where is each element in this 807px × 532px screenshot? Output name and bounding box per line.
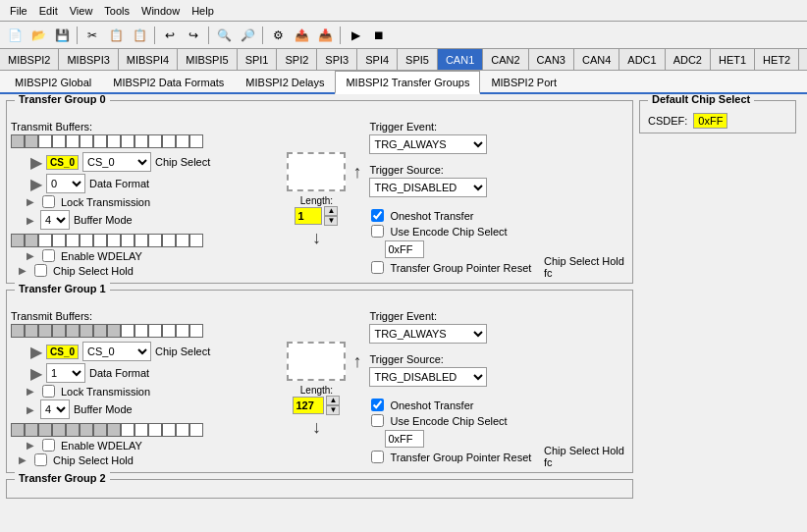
menu-file[interactable]: File <box>4 3 33 19</box>
data-format-dropdown-1[interactable]: 0123 <box>46 363 85 383</box>
length-up-0[interactable]: ▲ <box>324 206 338 216</box>
periph-tab-spi2[interactable]: SPI2 <box>277 49 317 70</box>
toolbar-stop[interactable]: ⏹ <box>368 25 390 46</box>
toolbar-sep-2 <box>154 27 155 44</box>
length-spinner-1[interactable]: ▲ ▼ <box>326 396 340 415</box>
chip-select-dropdown-0[interactable]: CS_0CS_1CS_2 <box>82 152 151 172</box>
buffer-cells-0-1 <box>11 134 203 148</box>
options-section-1: Oneshot Transfer Use Encode Chip Select … <box>369 399 532 463</box>
toolbar-copy[interactable]: 📋 <box>105 25 127 46</box>
length-spinner-0[interactable]: ▲ ▼ <box>324 206 338 226</box>
subtab-data-formats[interactable]: MIBSPI2 Data Formats <box>102 71 235 92</box>
toolbar-export[interactable]: 📤 <box>291 25 312 46</box>
buffer-cell <box>66 234 80 247</box>
periph-tab-spi1[interactable]: SPI1 <box>238 49 278 70</box>
periph-tab-mibspi3[interactable]: MIBSPI3 <box>59 49 118 70</box>
toolbar-cut[interactable]: ✂ <box>81 25 103 46</box>
toolbar-paste[interactable]: 📋 <box>129 25 150 46</box>
toolbar-new[interactable]: 📄 <box>4 25 26 46</box>
menu-window[interactable]: Window <box>135 3 186 19</box>
periph-tab-can4[interactable]: CAN4 <box>574 49 619 70</box>
subtab-global[interactable]: MIBSPI2 Global <box>4 71 102 92</box>
group-1-title: Transfer Group 1 <box>15 283 110 294</box>
trigger-event-label-0: Trigger Event: <box>369 121 532 133</box>
periph-tab-het1[interactable]: HET1 <box>711 49 755 70</box>
length-down-1[interactable]: ▼ <box>326 405 340 415</box>
subtab-delays[interactable]: MIBSPI2 Delays <box>235 71 335 92</box>
menu-view[interactable]: View <box>64 3 99 19</box>
buffer-cell <box>107 234 121 247</box>
use-encode-check-0[interactable] <box>371 225 384 238</box>
chip-select-dropdown-1[interactable]: CS_0CS_1CS_2 <box>82 342 151 361</box>
buffer-cell <box>148 324 162 338</box>
buffer-row-0-1 <box>11 134 263 148</box>
toolbar-undo[interactable]: ↩ <box>159 25 181 46</box>
subtab-port[interactable]: MIBSPI2 Port <box>480 71 567 92</box>
trigger-source-select-1[interactable]: TRG_DISABLEDTRG_ALWAYS <box>369 367 487 387</box>
length-ctrl-0: Length: 1 ▲ ▼ <box>295 195 338 226</box>
trigger-source-select-0[interactable]: TRG_DISABLEDTRG_ALWAYS <box>369 178 487 197</box>
buffer-mode-dropdown-1[interactable]: 412 <box>40 399 70 419</box>
menu-tools[interactable]: Tools <box>98 3 135 19</box>
trigger-section-0: Trigger Event: TRG_ALWAYSTRG_DISABLED Tr… <box>369 121 532 279</box>
buffer-cell <box>80 324 93 338</box>
oneshot-check-0[interactable] <box>371 209 384 222</box>
lock-transmission-check-0[interactable] <box>42 195 55 208</box>
wdelay-check-0[interactable] <box>42 249 55 262</box>
data-format-dropdown-0[interactable]: 0123 <box>46 174 85 193</box>
toolbar-zoomout[interactable]: 🔎 <box>237 25 258 46</box>
buffer-cell <box>176 324 189 338</box>
cs-hold-fc-text-1: Chip Select Hold fc <box>544 445 624 468</box>
trigger-event-select-1[interactable]: TRG_ALWAYSTRG_DISABLED <box>369 324 487 344</box>
periph-tab-can3[interactable]: CAN3 <box>529 49 574 70</box>
subtab-transfer-groups[interactable]: MIBSPI2 Transfer Groups <box>335 71 480 94</box>
cs-hold-check-0[interactable] <box>34 264 47 277</box>
periph-tab-adc1[interactable]: ADC1 <box>619 49 665 70</box>
buffer-cell <box>11 134 25 148</box>
cs-hold-check-1[interactable] <box>34 453 47 466</box>
toolbar-settings[interactable]: ⚙ <box>267 25 289 46</box>
periph-tab-mibspi4[interactable]: MIBSPI4 <box>119 49 178 70</box>
buffer-cell <box>38 423 52 437</box>
toolbar-run[interactable]: ▶ <box>345 25 366 46</box>
buffer-cell <box>189 324 203 338</box>
buffer-mode-row-1: ▶ 412 Buffer Mode <box>27 399 263 419</box>
use-encode-check-1[interactable] <box>371 414 384 427</box>
toolbar-import[interactable]: 📥 <box>314 25 336 46</box>
encode-value-row-0: 0xFF <box>385 240 532 258</box>
periph-tab-i2c[interactable]: I2C <box>799 49 807 70</box>
transfer-group-0: Transfer Group 0 Transmit Buffers: <box>6 100 633 284</box>
length-down-0[interactable]: ▼ <box>324 216 338 226</box>
trigger-event-select-0[interactable]: TRG_ALWAYSTRG_DISABLED <box>369 134 487 154</box>
periph-tab-mibspi2[interactable]: MIBSPI2 <box>0 49 59 70</box>
periph-tab-het2[interactable]: HET2 <box>755 49 799 70</box>
subtabs: MIBSPI2 Global MIBSPI2 Data Formats MIBS… <box>0 71 807 94</box>
periph-tab-adc2[interactable]: ADC2 <box>666 49 711 70</box>
toolbar-open[interactable]: 📂 <box>27 25 49 46</box>
menu-help[interactable]: Help <box>186 3 220 19</box>
lock-transmission-check-1[interactable] <box>42 385 55 398</box>
buffer-cell <box>162 423 176 437</box>
length-input-1[interactable]: 127 <box>293 397 324 414</box>
oneshot-check-1[interactable] <box>371 399 384 411</box>
encode-value-1[interactable]: 0xFF <box>385 430 424 448</box>
toolbar-zoomin[interactable]: 🔍 <box>213 25 235 46</box>
encode-value-0[interactable]: 0xFF <box>385 240 424 258</box>
periph-tab-spi5[interactable]: SPI5 <box>398 49 438 70</box>
wdelay-check-1[interactable] <box>42 439 55 452</box>
periph-tab-spi4[interactable]: SPI4 <box>357 49 398 70</box>
group-0-title: Transfer Group 0 <box>15 94 110 105</box>
transfer-group-1: Transfer Group 1 Transmit Buffers: <box>6 290 633 473</box>
pointer-reset-check-0[interactable] <box>371 261 384 274</box>
periph-tab-can1[interactable]: CAN1 <box>438 49 483 70</box>
pointer-reset-check-1[interactable] <box>371 451 384 463</box>
toolbar-redo[interactable]: ↪ <box>183 25 204 46</box>
periph-tab-can2[interactable]: CAN2 <box>483 49 528 70</box>
length-up-1[interactable]: ▲ <box>326 396 340 405</box>
buffer-mode-dropdown-0[interactable]: 412 <box>40 210 70 230</box>
menu-edit[interactable]: Edit <box>33 3 64 19</box>
periph-tab-spi3[interactable]: SPI3 <box>317 49 357 70</box>
toolbar-save[interactable]: 💾 <box>51 25 73 46</box>
periph-tab-mibspi5[interactable]: MIBSPI5 <box>178 49 237 70</box>
length-input-0[interactable]: 1 <box>295 207 322 225</box>
